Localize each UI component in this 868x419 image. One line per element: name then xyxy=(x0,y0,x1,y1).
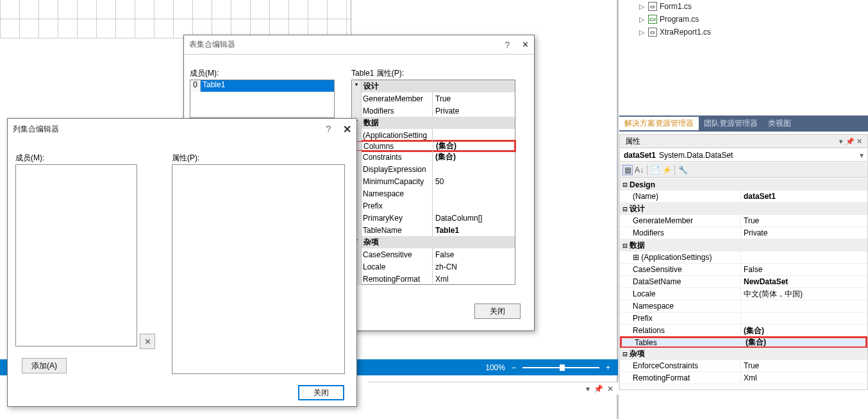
tab-class-view[interactable]: 类视图 xyxy=(763,117,796,130)
wrench-icon[interactable]: 🔧 xyxy=(678,165,688,175)
property-row[interactable]: Localezh-CN xyxy=(352,261,515,273)
close-button[interactable]: 关闭 xyxy=(298,385,344,400)
property-row[interactable]: RemotingFormatXml xyxy=(352,273,515,285)
property-value[interactable] xyxy=(432,187,515,200)
property-value[interactable] xyxy=(432,200,515,212)
property-row[interactable]: Constraints(集合) xyxy=(352,151,515,163)
zoom-thumb[interactable] xyxy=(560,364,565,371)
property-row[interactable]: Namespace xyxy=(352,187,515,200)
property-value[interactable]: (集合) xyxy=(432,151,515,163)
list-item[interactable]: 0 Table1 xyxy=(190,80,334,92)
property-row[interactable]: Prefix xyxy=(352,200,515,212)
help-icon[interactable]: ? xyxy=(326,124,331,134)
events-icon[interactable]: ⚡ xyxy=(662,165,672,175)
property-value[interactable]: NewDataSet xyxy=(740,276,867,287)
property-row[interactable]: Namespace xyxy=(620,300,867,312)
category-header[interactable]: ⊟ 杂项 xyxy=(620,348,867,360)
dropdown-icon[interactable]: ▾ xyxy=(586,384,590,393)
property-row[interactable]: MinimumCapacity50 xyxy=(352,175,515,187)
property-value[interactable]: DataColumn[] xyxy=(432,212,515,224)
property-value[interactable]: False xyxy=(432,248,515,261)
category-header[interactable]: ⊟ 数据 xyxy=(620,239,867,252)
property-row[interactable]: DisplayExpression xyxy=(352,163,515,175)
property-value[interactable]: Table1 xyxy=(432,224,515,236)
property-row[interactable]: CaseSensitiveFalse xyxy=(620,264,867,276)
pin-icon[interactable]: 📌 xyxy=(846,137,855,145)
property-value[interactable]: (集合) xyxy=(742,338,865,346)
add-button[interactable]: 添加(A) xyxy=(22,358,67,373)
category-header[interactable]: ▾杂项 xyxy=(352,236,515,248)
close-icon[interactable]: ✕ xyxy=(856,137,862,145)
property-row[interactable]: RemotingFormatXml xyxy=(620,372,867,384)
members-list-empty[interactable] xyxy=(15,164,137,346)
property-value[interactable]: 50 xyxy=(432,175,515,187)
close-icon[interactable]: ✕ xyxy=(522,40,529,49)
categorize-icon[interactable]: ▦ xyxy=(622,165,633,175)
tree-item-xtrareport[interactable]: ▷▭XtraReport1.cs xyxy=(626,26,867,38)
tab-solution-explorer[interactable]: 解决方案资源管理器 xyxy=(619,117,699,130)
dropdown-icon[interactable]: ▾ xyxy=(839,137,843,145)
alphabetical-icon[interactable]: A↓ xyxy=(634,165,644,175)
help-icon[interactable]: ? xyxy=(505,40,510,50)
property-value[interactable]: dataSet1 xyxy=(740,191,867,202)
property-value[interactable]: Xml xyxy=(740,372,867,384)
property-row[interactable]: DataSetNameNewDataSet xyxy=(620,276,867,288)
property-value[interactable]: True xyxy=(432,92,515,105)
properties-icon[interactable]: 📄 xyxy=(650,165,660,175)
dialog-titlebar[interactable]: 表集合编辑器 ? ✕ xyxy=(184,35,534,55)
expand-icon[interactable]: ▾ xyxy=(352,80,362,92)
members-list[interactable]: 0 Table1 xyxy=(190,80,335,118)
property-row[interactable]: (Name)dataSet1 xyxy=(620,191,867,203)
property-row[interactable]: PrimaryKeyDataColumn[] xyxy=(352,212,515,224)
category-header[interactable]: ⊟ 设计 xyxy=(620,203,867,215)
dialog-titlebar[interactable]: 列集合编辑器 ? ✕ xyxy=(8,119,356,138)
property-value[interactable]: True xyxy=(740,215,867,227)
property-row[interactable]: Locale中文(简体，中国) xyxy=(620,288,867,300)
zoom-out-icon[interactable]: − xyxy=(512,363,516,372)
property-value[interactable] xyxy=(740,300,867,312)
pin-icon[interactable]: 📌 xyxy=(594,384,603,393)
property-value[interactable]: zh-CN xyxy=(432,261,515,273)
property-value[interactable]: False xyxy=(740,264,867,275)
zoom-in-icon[interactable]: + xyxy=(606,363,610,372)
close-icon[interactable]: ✕ xyxy=(343,123,351,135)
property-row[interactable]: Prefix xyxy=(620,312,867,325)
property-value[interactable]: Private xyxy=(432,105,515,117)
property-row[interactable]: CaseSensitiveFalse xyxy=(352,248,515,261)
property-value[interactable]: True xyxy=(740,360,867,372)
property-value[interactable]: 中文(简体，中国) xyxy=(740,288,867,300)
property-row[interactable]: EnforceConstraintsTrue xyxy=(620,360,867,372)
expand-icon[interactable]: ⊟ xyxy=(621,180,630,189)
category-header[interactable]: ▾设计 xyxy=(352,80,515,92)
property-row[interactable]: GenerateMemberTrue xyxy=(620,215,867,227)
property-value[interactable] xyxy=(432,163,515,175)
category-header[interactable]: ⊟ Design xyxy=(620,178,867,191)
dropdown-icon[interactable]: ▾ xyxy=(860,151,864,160)
expand-icon[interactable]: ⊟ xyxy=(621,350,630,359)
tab-team-explorer[interactable]: 团队资源管理器 xyxy=(699,117,763,130)
property-value[interactable]: (集合) xyxy=(740,325,867,336)
property-row[interactable]: ⊞ (ApplicationSettings) xyxy=(620,252,867,264)
close-button[interactable]: 关闭 xyxy=(474,304,521,319)
tree-item-program[interactable]: ▷C#Program.cs xyxy=(626,13,867,26)
property-value[interactable]: Xml xyxy=(432,273,515,285)
property-value[interactable]: (集合) xyxy=(433,142,514,150)
property-value[interactable]: Private xyxy=(740,227,867,239)
delete-button[interactable]: ✕ xyxy=(140,334,155,349)
tree-item-form[interactable]: ▷▭Form1.cs xyxy=(626,0,867,13)
property-value[interactable] xyxy=(740,312,867,324)
properties-object-selector[interactable]: dataSet1 System.Data.DataSet ▾ xyxy=(619,149,868,162)
property-row[interactable]: Tables(集合) xyxy=(620,336,867,348)
zoom-slider[interactable] xyxy=(522,367,599,368)
expand-icon[interactable]: ⊟ xyxy=(621,241,630,250)
property-row[interactable]: ModifiersPrivate xyxy=(352,105,515,117)
property-value[interactable] xyxy=(740,252,867,263)
expand-icon[interactable]: ⊟ xyxy=(621,205,630,214)
category-header[interactable]: ▾数据 xyxy=(352,117,515,129)
vertical-splitter[interactable] xyxy=(617,0,619,419)
property-row[interactable]: TableNameTable1 xyxy=(352,224,515,236)
close-icon[interactable]: ✕ xyxy=(607,384,613,393)
property-value[interactable] xyxy=(432,129,515,141)
property-row[interactable]: GenerateMemberTrue xyxy=(352,92,515,105)
property-row[interactable]: Relations(集合) xyxy=(620,325,867,337)
